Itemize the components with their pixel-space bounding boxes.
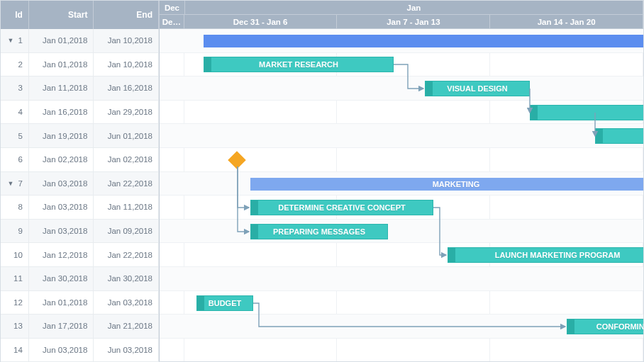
timeline-week-cell: Jan 14 - Jan 20	[490, 15, 643, 28]
task-label-visual-design: VISUAL DESIGN	[443, 84, 511, 93]
table-row[interactable]: 12Jan 01,2018Jan 03,2018	[1, 291, 159, 315]
table-row[interactable]: 5Jan 19,2018Jun 01,2018	[1, 124, 159, 148]
table-row[interactable]: 9Jan 03,2018Jan 09,2018	[1, 220, 159, 244]
cell-end: Jan 10,2018	[94, 53, 159, 77]
timeline-month-cell: Dec	[160, 1, 185, 14]
milestone-6[interactable]	[228, 151, 245, 169]
table-row[interactable]: ▼1Jan 01,2018Jan 10,2018	[1, 29, 159, 53]
table-row[interactable]: 14Jun 03,2018Jun 03,2018	[1, 339, 159, 362]
col-header-id[interactable]: Id	[1, 1, 29, 29]
cell-id: 11	[1, 267, 29, 290]
table-header: Id Start End	[1, 1, 159, 29]
table-row[interactable]: 8Jan 03,2018Jan 11,2018	[1, 196, 159, 220]
cell-end: Jan 03,2018	[94, 291, 159, 315]
timeline-week-cell: Jan 7 - Jan 13	[337, 15, 490, 28]
cell-end: Jan 02,2018	[94, 148, 159, 171]
task-bar-visual-design[interactable]: VISUAL DESIGN	[425, 81, 530, 96]
cell-id-text: 1	[18, 36, 22, 45]
cell-end: Jan 11,2018	[94, 196, 159, 219]
cell-end: Jan 16,2018	[94, 77, 159, 100]
cell-start: Jun 03,2018	[29, 339, 94, 362]
summary-bar-marketing[interactable]: MARKETING	[250, 178, 643, 191]
task-bar-budget[interactable]: BUDGET	[196, 295, 253, 311]
table-body: ▼1Jan 01,2018Jan 10,20182Jan 01,2018Jan …	[1, 29, 159, 362]
cell-id: 10	[1, 243, 29, 266]
table-row[interactable]: 6Jan 02,2018Jan 02,2018	[1, 148, 159, 172]
cell-start: Jan 16,2018	[29, 101, 94, 124]
task-bar-5[interactable]	[595, 128, 643, 144]
table-row[interactable]: 13Jan 17,2018Jan 21,2018	[1, 315, 159, 339]
cell-end: Jan 09,2018	[94, 220, 159, 243]
cell-id: 3	[1, 77, 29, 100]
cell-id: 8	[1, 196, 29, 219]
cell-id: ▼1	[1, 29, 29, 52]
table-row[interactable]: 2Jan 01,2018Jan 10,2018	[1, 53, 159, 77]
expand-caret-icon[interactable]: ▼	[8, 180, 14, 187]
cell-end: Jun 01,2018	[94, 124, 159, 147]
col-header-start[interactable]: Start	[29, 1, 94, 29]
task-label-determine-creative-concept: DETERMINE CREATIVE CONCEPT	[274, 203, 409, 212]
timeline-weeks-row: De…Dec 31 - Jan 6Jan 7 - Jan 13Jan 14 - …	[160, 15, 643, 29]
task-bar-conforming[interactable]: CONFORMING	[567, 319, 643, 334]
cell-end: Jan 29,2018	[94, 101, 159, 124]
timeline-month-cell: Jan	[185, 1, 643, 14]
cell-start: Jan 17,2018	[29, 315, 94, 338]
table-row[interactable]: 11Jan 30,2018Jan 30,2018	[1, 267, 159, 291]
cell-start: Jan 11,2018	[29, 77, 94, 100]
task-label-market-research: MARKET RESEARCH	[255, 60, 343, 69]
task-bar-launch-marketing-program[interactable]: LAUNCH MARKETING PROGRAM	[448, 247, 643, 263]
cell-start: Jan 01,2018	[29, 29, 94, 52]
cell-id-text: 7	[18, 179, 22, 188]
cell-id: 4	[1, 101, 29, 124]
col-header-end[interactable]: End	[94, 1, 159, 29]
timeline-header: DecJan De…Dec 31 - Jan 6Jan 7 - Jan 13Ja…	[160, 1, 643, 29]
cell-id-text: 3	[18, 84, 22, 92]
expand-caret-icon[interactable]: ▼	[8, 37, 14, 44]
cell-end: Jan 22,2018	[94, 243, 159, 266]
summary-bar-1[interactable]	[204, 35, 643, 47]
cell-id: 14	[1, 339, 29, 362]
task-label-preparing-messages: PREPARING MESSAGES	[269, 227, 370, 236]
cell-id-text: 13	[13, 322, 23, 330]
bars-layer: MARKET RESEARCH VISUAL DESIGN MARKETING	[160, 29, 643, 361]
timeline-months-row: DecJan	[160, 1, 643, 15]
cell-id-text: 11	[13, 274, 23, 283]
cell-id: ▼7	[1, 172, 29, 196]
cell-id: 13	[1, 315, 29, 338]
task-label-launch-marketing-program: LAUNCH MARKETING PROGRAM	[491, 251, 625, 259]
cell-id-text: 14	[13, 346, 23, 354]
timeline-week-cell: De…	[160, 15, 184, 28]
cell-id: 12	[1, 291, 29, 315]
cell-start: Jan 12,2018	[29, 243, 94, 266]
cell-end: Jan 10,2018	[94, 29, 159, 52]
cell-start: Jan 01,2018	[29, 53, 94, 77]
timeline-week-cell: Dec 31 - Jan 6	[184, 15, 338, 28]
cell-end: Jan 22,2018	[94, 172, 159, 196]
table-row[interactable]: 4Jan 16,2018Jan 29,2018	[1, 101, 159, 125]
gantt-chart: Id Start End ▼1Jan 01,2018Jan 10,20182Ja…	[0, 0, 644, 362]
timeline[interactable]: DecJan De…Dec 31 - Jan 6Jan 7 - Jan 13Ja…	[160, 1, 643, 361]
task-label-conforming: CONFORMING	[592, 322, 643, 331]
cell-end: Jan 30,2018	[94, 267, 159, 290]
cell-start: Jan 19,2018	[29, 124, 94, 147]
cell-id-text: 5	[18, 132, 22, 140]
table-row[interactable]: 10Jan 12,2018Jan 22,2018	[1, 243, 159, 267]
task-bar-4[interactable]	[530, 105, 643, 120]
cell-start: Jan 03,2018	[29, 196, 94, 219]
cell-id-text: 6	[18, 155, 22, 164]
task-bar-market-research[interactable]: MARKET RESEARCH	[204, 57, 394, 72]
table-row[interactable]: 3Jan 11,2018Jan 16,2018	[1, 77, 159, 101]
task-table: Id Start End ▼1Jan 01,2018Jan 10,20182Ja…	[1, 1, 160, 361]
task-bar-preparing-messages[interactable]: PREPARING MESSAGES	[250, 224, 388, 239]
cell-id-text: 12	[13, 298, 23, 307]
cell-start: Jan 01,2018	[29, 291, 94, 315]
cell-start: Jan 30,2018	[29, 267, 94, 290]
cell-end: Jan 21,2018	[94, 315, 159, 338]
cell-id-text: 8	[18, 203, 22, 211]
cell-id-text: 4	[18, 108, 22, 116]
task-bar-determine-creative-concept[interactable]: DETERMINE CREATIVE CONCEPT	[250, 200, 433, 215]
table-row[interactable]: ▼7Jan 03,2018Jan 22,2018	[1, 172, 159, 196]
cell-id: 6	[1, 148, 29, 171]
cell-start: Jan 02,2018	[29, 148, 94, 171]
cell-start: Jan 03,2018	[29, 172, 94, 196]
